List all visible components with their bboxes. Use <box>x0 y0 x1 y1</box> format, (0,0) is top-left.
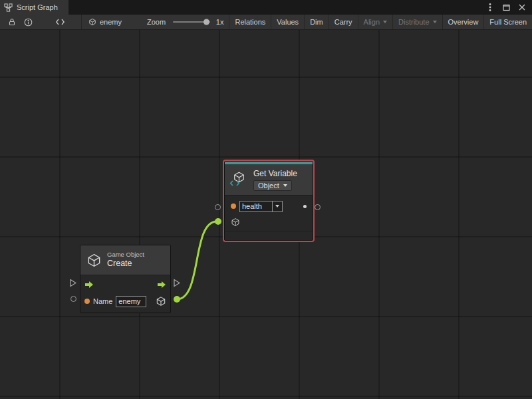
variable-name-input-port[interactable] <box>215 204 221 210</box>
graph-icon <box>4 3 13 12</box>
variable-cube-icon <box>231 171 248 188</box>
values-button[interactable]: Values <box>271 15 304 29</box>
name-port-label: Name <box>93 297 112 305</box>
flow-output-port[interactable] <box>174 279 180 287</box>
value-port-dot[interactable] <box>84 299 90 304</box>
info-icon[interactable] <box>20 15 37 29</box>
gameobject-output-port-connected[interactable] <box>174 296 180 303</box>
graph-canvas[interactable]: Game Object Create Name <box>0 30 532 399</box>
node-footer <box>225 231 313 237</box>
zoom-value: 1x <box>215 18 229 26</box>
distribute-button[interactable]: Distribute <box>393 15 442 29</box>
align-button[interactable]: Align <box>358 15 392 29</box>
variable-scope-dropdown[interactable]: Object <box>253 180 292 191</box>
flow-input-port[interactable] <box>70 279 76 287</box>
graph-context-label: enemy <box>100 18 122 26</box>
kebab-menu-icon[interactable] <box>485 3 495 12</box>
caret-down-icon <box>433 21 437 23</box>
node-game-object-create[interactable]: Game Object Create Name <box>80 245 171 313</box>
code-icon[interactable] <box>51 15 69 29</box>
flow-output-arrow-icon[interactable] <box>157 281 166 289</box>
code-angle-icon <box>229 177 240 189</box>
graph-context[interactable]: enemy <box>82 15 128 29</box>
maximize-icon[interactable] <box>501 3 511 12</box>
tab-script-graph[interactable]: Script Graph <box>0 0 68 15</box>
node-header[interactable]: Game Object Create <box>80 245 170 275</box>
node-category: Game Object <box>107 251 144 259</box>
graph-toolbar: enemy Zoom 1x Relations Values Dim Carry… <box>0 15 532 30</box>
value-port-dot[interactable] <box>231 203 236 209</box>
zoom-label: Zoom <box>128 18 168 26</box>
cube-icon <box>86 253 102 268</box>
dim-button[interactable]: Dim <box>305 15 329 29</box>
output-port-dot[interactable] <box>303 205 307 208</box>
name-input-port[interactable] <box>70 296 76 302</box>
overview-button[interactable]: Overview <box>443 15 484 29</box>
node-header[interactable]: Get Variable Object <box>225 164 313 195</box>
flow-input-arrow-icon[interactable] <box>84 281 94 289</box>
object-input-port-connected[interactable] <box>215 218 221 225</box>
toolbar-buttons: Relations Values Dim Carry Align Distrib… <box>229 15 532 29</box>
relations-button[interactable]: Relations <box>229 15 271 29</box>
tab-title: Script Graph <box>17 3 58 11</box>
close-icon[interactable] <box>517 3 527 12</box>
variable-name-dropdown-button[interactable] <box>272 201 283 212</box>
cube-icon <box>231 217 240 227</box>
variable-name-input[interactable] <box>239 201 273 212</box>
node-get-variable[interactable]: Get Variable Object <box>224 161 313 241</box>
fullscreen-button[interactable]: Full Screen <box>484 15 532 29</box>
title-bar: Script Graph <box>0 0 532 15</box>
cube-icon <box>88 18 96 26</box>
variable-value-output-port[interactable] <box>315 204 321 210</box>
cube-icon <box>156 296 166 307</box>
node-title: Get Variable <box>253 169 297 178</box>
zoom-slider-knob[interactable] <box>203 19 209 25</box>
zoom-slider[interactable] <box>173 21 210 23</box>
node-title: Create <box>107 259 144 268</box>
caret-down-icon <box>275 205 279 207</box>
name-input[interactable] <box>116 296 146 307</box>
lock-icon[interactable] <box>4 15 20 29</box>
caret-down-icon <box>283 184 287 187</box>
caret-down-icon <box>383 21 387 23</box>
carry-button[interactable]: Carry <box>329 15 358 29</box>
connection-wire[interactable] <box>177 221 217 299</box>
